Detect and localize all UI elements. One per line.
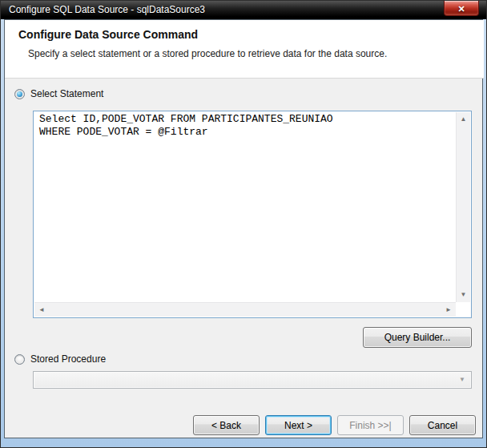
stored-procedure-radio[interactable]	[14, 354, 25, 365]
back-button[interactable]: < Back	[193, 415, 260, 435]
scroll-down-icon[interactable]: ▼	[461, 292, 467, 298]
page-title: Configure Data Source Command	[18, 28, 198, 41]
stored-procedure-label[interactable]: Stored Procedure	[30, 353, 106, 365]
sql-statement-text[interactable]: Select ID,PODE_VOTAR FROM PARTICIPANTES_…	[34, 111, 455, 301]
vertical-scrollbar[interactable]: ▲ ▼	[456, 112, 470, 302]
next-button[interactable]: Next >	[265, 415, 332, 435]
dropdown-arrow-icon: ▼	[459, 377, 465, 383]
window-title: Configure SQL Data Source - sqlDataSourc…	[9, 1, 205, 18]
select-statement-label[interactable]: Select Statement	[30, 88, 103, 99]
close-button[interactable]: ✕	[444, 1, 479, 16]
finish-button: Finish >>|	[337, 415, 404, 435]
cancel-button[interactable]: Cancel	[409, 415, 476, 435]
page-subtitle: Specify a select statement or a stored p…	[28, 48, 387, 59]
query-builder-button[interactable]: Query Builder...	[363, 327, 472, 348]
sql-statement-textarea[interactable]: Select ID,PODE_VOTAR FROM PARTICIPANTES_…	[33, 111, 472, 318]
scroll-right-icon[interactable]: ►	[445, 307, 452, 313]
horizontal-scrollbar[interactable]: ◄ ►	[34, 302, 456, 317]
scroll-up-icon[interactable]: ▲	[461, 116, 467, 123]
dialog-window: Configure SQL Data Source - sqlDataSourc…	[0, 0, 487, 448]
select-statement-radio[interactable]	[14, 89, 25, 99]
stored-procedure-combobox: ▼	[33, 371, 472, 389]
title-bar[interactable]: Configure SQL Data Source - sqlDataSourc…	[1, 1, 486, 19]
close-icon: ✕	[457, 4, 465, 14]
scroll-left-icon[interactable]: ◄	[38, 307, 45, 313]
